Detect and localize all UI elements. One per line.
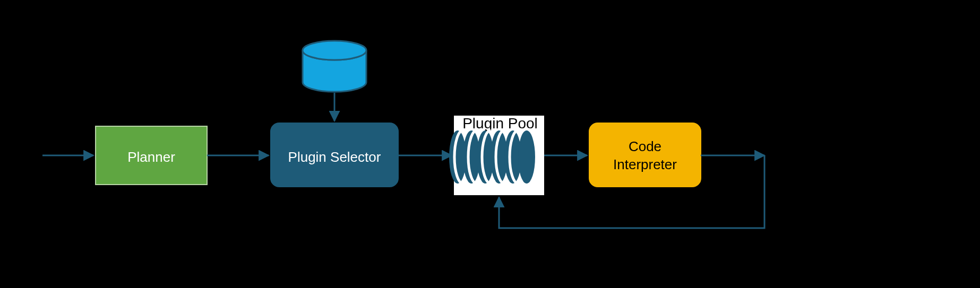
svg-rect-10: [589, 123, 701, 187]
svg-point-9: [518, 130, 535, 184]
svg-point-0: [303, 41, 366, 60]
planner-label: Planner: [127, 149, 175, 165]
plugin-pool-node: Plugin Pool: [449, 115, 544, 195]
plugin-pool-label: Plugin Pool: [462, 115, 538, 132]
planner-node: Planner: [96, 126, 207, 185]
architecture-diagram: Planner Plugin Selector Plugin Pool: [0, 0, 980, 288]
plugin-selector-node: Plugin Selector: [271, 123, 398, 187]
code-interpreter-label-1: Code: [629, 138, 661, 154]
plugin-selector-label: Plugin Selector: [288, 149, 381, 165]
code-interpreter-label-2: Interpreter: [613, 156, 677, 172]
database-icon: [303, 41, 366, 92]
code-interpreter-node: Code Interpreter: [589, 123, 701, 187]
